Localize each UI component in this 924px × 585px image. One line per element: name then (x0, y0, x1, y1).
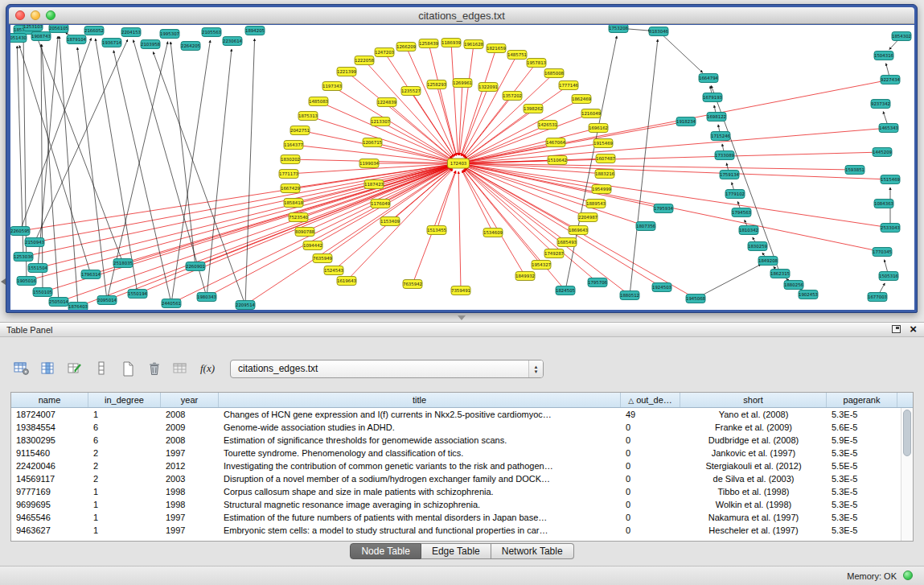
graph-node[interactable]: 1795706 (588, 278, 608, 287)
graph-node[interactable]: 1905016 (17, 277, 37, 286)
graph-node[interactable]: 1880512 (620, 291, 639, 300)
table-cell[interactable]: 0 (621, 511, 680, 524)
graph-node[interactable]: 1677003 (868, 293, 887, 302)
graph-node[interactable]: 2204987 (578, 213, 598, 222)
graph-node[interactable]: 1753208 (609, 25, 629, 33)
table-cell[interactable]: 2 (88, 472, 161, 485)
memory-status-indicator[interactable] (903, 571, 913, 580)
graph-node[interactable]: 2051430 (10, 34, 27, 43)
function-builder-icon[interactable]: f(x) (197, 358, 218, 379)
graph-node[interactable]: 1445209 (873, 148, 893, 157)
graph-node[interactable]: 1796314 (81, 270, 101, 279)
graph-node[interactable]: 1258293 (427, 80, 446, 89)
graph-node[interactable]: 1253103 (23, 25, 43, 31)
graph-node[interactable]: 1777146 (559, 81, 579, 90)
table-cell[interactable]: 0 (621, 421, 680, 434)
table-row[interactable]: 1830029562008Estimation of significance … (11, 434, 913, 447)
table-cell[interactable]: Tourette syndrome. Phenomenology and cla… (219, 447, 621, 459)
graph-node[interactable]: 1698122 (707, 113, 726, 122)
graph-node[interactable]: 2260595 (10, 227, 30, 236)
table-cell[interactable]: 6 (88, 434, 161, 447)
graph-node[interactable]: 2440561 (162, 299, 181, 308)
graph-node[interactable]: 1957813 (527, 59, 546, 68)
graph-node[interactable]: 1849932 (515, 272, 535, 281)
graph-node[interactable]: 2150943 (25, 238, 44, 247)
graph-node[interactable]: 1515469 (881, 175, 901, 184)
table-cell[interactable]: 5.3E-5 (827, 447, 897, 459)
table-cell[interactable]: de Silva et al. (2003) (680, 472, 827, 485)
graph-node[interactable]: 1810342 (739, 226, 758, 235)
float-panel-icon[interactable] (892, 325, 901, 333)
table-cell[interactable]: 2003 (161, 472, 219, 485)
table-cell[interactable]: 5.3E-5 (827, 524, 897, 537)
table-cell[interactable]: Investigating the contribution of common… (219, 459, 621, 472)
graph-node[interactable]: 1467064 (546, 138, 566, 147)
graph-node[interactable]: 2264205 (181, 42, 200, 51)
graph-node[interactable]: 1197343 (322, 82, 342, 91)
graph-node[interactable]: 1771173 (279, 170, 298, 179)
graph-node[interactable]: 1164377 (284, 141, 303, 150)
table-cell[interactable]: 9465546 (11, 511, 88, 524)
table-cell[interactable]: Estimation of significance thresholds fo… (219, 434, 621, 447)
graph-node[interactable]: 1485083 (309, 97, 328, 106)
graph-node[interactable]: 1936714 (102, 39, 122, 47)
graph-node[interactable]: 1918234 (676, 117, 696, 126)
graph-node[interactable]: 7523540 (289, 213, 309, 222)
graph-node[interactable]: 1679193 (703, 93, 722, 102)
graph-node[interactable]: 1186939 (441, 39, 462, 47)
table-cell[interactable]: 5.3E-5 (827, 472, 897, 485)
table-cell[interactable]: Disruption of a novel member of a sodium… (219, 472, 621, 485)
table-cell[interactable]: Franke et al. (2009) (680, 421, 827, 434)
graph-node[interactable]: 2095014 (97, 296, 117, 305)
table-cell[interactable]: 22420046 (11, 459, 88, 472)
graph-node[interactable]: 1889543 (586, 200, 606, 208)
graph-node[interactable]: 1883216 (595, 170, 615, 179)
table-cell[interactable]: 5.3E-5 (827, 498, 897, 511)
graph-node[interactable]: 1505316 (879, 272, 899, 281)
table-cell[interactable]: Structural magnetic resonance image aver… (219, 498, 621, 511)
graph-node[interactable]: 1830259 (748, 242, 768, 251)
table-row[interactable]: 946362711997Embryonic stem cells: a mode… (11, 524, 913, 537)
table-cell[interactable]: 1 (88, 511, 161, 524)
graph-node[interactable]: 2056105 (49, 25, 68, 33)
graph-node[interactable]: 2260901 (186, 262, 205, 271)
table-row[interactable]: 1456911722003Disruption of a novel membe… (11, 472, 913, 485)
graph-node[interactable]: 1875313 (298, 112, 318, 121)
graph-node[interactable]: 1849208 (758, 257, 778, 266)
table-row[interactable]: 946554611997Estimation of the future num… (11, 511, 913, 524)
select-columns-icon[interactable] (38, 358, 59, 379)
graph-node[interactable]: 1253036 (14, 253, 34, 262)
graph-node[interactable]: 1824505 (556, 286, 575, 295)
graph-node[interactable]: 8090788 (295, 228, 315, 237)
graph-node[interactable]: 1858418 (284, 199, 304, 208)
graph-node[interactable]: 1664794 (699, 74, 719, 83)
graph-node[interactable]: 1915469 (593, 139, 614, 148)
column-header[interactable]: title (219, 393, 621, 407)
graph-node[interactable]: 1685493 (557, 238, 577, 247)
graph-node[interactable]: 1667429 (281, 184, 301, 193)
minimize-button[interactable] (31, 10, 40, 20)
graph-node[interactable]: 1513455 (427, 226, 446, 235)
table-cell[interactable]: Changes of HCN gene expression and I(f) … (219, 408, 621, 421)
import-table-icon[interactable] (170, 358, 191, 379)
table-row[interactable]: 2242004622012Investigating the contribut… (11, 459, 913, 472)
graph-node[interactable]: 1426531 (538, 121, 557, 130)
graph-node[interactable]: 1894205 (245, 27, 265, 35)
graph-node[interactable]: 1153409 (380, 217, 400, 226)
collapse-west-panel-arrow[interactable] (1, 278, 6, 285)
graph-node[interactable]: 1696162 (589, 124, 608, 133)
column-settings-icon[interactable] (11, 358, 32, 379)
graph-node[interactable]: 1485751 (507, 51, 527, 60)
column-header[interactable]: △out_de… (621, 393, 680, 407)
table-cell[interactable]: 1998 (161, 485, 219, 498)
graph-node[interactable]: 1715246 (711, 132, 731, 141)
column-header[interactable]: short (680, 393, 827, 407)
table-cell[interactable]: Yano et al. (2008) (680, 408, 827, 421)
table-cell[interactable]: 9115460 (11, 447, 88, 459)
table-cell[interactable]: 0 (621, 447, 680, 459)
table-cell[interactable]: 5.9E-5 (827, 434, 897, 447)
new-column-icon[interactable] (117, 358, 138, 379)
graph-node[interactable]: 1398262 (524, 105, 543, 113)
table-cell[interactable]: 0 (621, 472, 680, 485)
graph-node[interactable]: 1550194 (128, 290, 148, 299)
